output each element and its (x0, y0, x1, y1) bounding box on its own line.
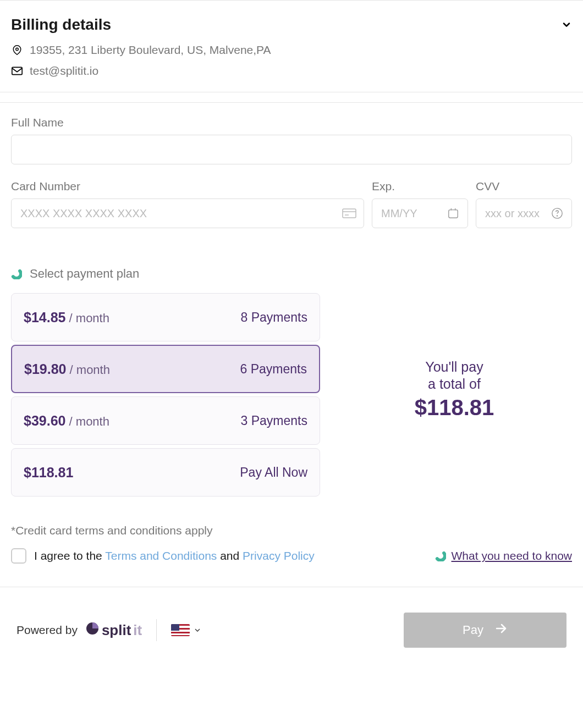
plan-option[interactable]: $14.85 / month8 Payments (11, 293, 320, 341)
svg-rect-5 (449, 210, 458, 218)
billing-details-section: Billing details 19355, 231 Liberty Boule… (0, 0, 583, 92)
footer: Powered by splitit Pay (0, 587, 583, 673)
full-name-label: Full Name (11, 116, 572, 129)
plan-option[interactable]: $19.80 / month6 Payments (11, 345, 320, 393)
cvv-label: CVV (476, 180, 572, 193)
plan-list: $14.85 / month8 Payments$19.80 / month6 … (11, 293, 320, 497)
cvv-field-group: CVV (476, 180, 572, 228)
plan-price: $118.81 (24, 465, 73, 480)
exp-field-group: Exp. (372, 180, 468, 228)
card-number-label: Card Number (11, 180, 364, 193)
plan-count: 3 Payments (241, 413, 307, 428)
total-amount: $118.81 (337, 395, 572, 420)
card-number-field-group: Card Number (11, 180, 364, 228)
plan-count: 6 Payments (240, 362, 307, 377)
terms-note: *Credit card terms and conditions apply (0, 524, 583, 537)
plan-period: / month (65, 415, 109, 428)
plan-price: $39.60 (24, 413, 65, 428)
plan-count: Pay All Now (240, 465, 307, 480)
agree-checkbox[interactable] (11, 548, 26, 564)
divider (156, 619, 157, 641)
agree-prefix: I agree to the (34, 549, 105, 562)
calendar-icon (446, 208, 460, 219)
billing-email-text: test@splitit.io (30, 64, 98, 78)
full-name-input[interactable] (11, 135, 572, 164)
splitit-mark-icon (11, 268, 22, 279)
plan-period: / month (65, 311, 109, 325)
svg-point-9 (557, 216, 557, 216)
brand-logo: splitit (85, 621, 142, 639)
privacy-link[interactable]: Privacy Policy (243, 549, 315, 562)
brand-logo-icon (85, 621, 100, 639)
chevron-down-icon (193, 626, 202, 635)
plan-header-text: Select payment plan (30, 267, 139, 281)
exp-label: Exp. (372, 180, 468, 193)
splitit-mark-icon (435, 550, 446, 561)
brand-text-it: it (133, 622, 142, 639)
card-number-input[interactable] (11, 198, 364, 228)
agree-row: I agree to the Terms and Conditions and … (0, 537, 583, 581)
plan-price: $14.85 (24, 310, 65, 325)
svg-point-0 (16, 48, 19, 51)
billing-email-row: test@splitit.io (11, 64, 572, 78)
card-row: Card Number Exp. CVV (11, 180, 572, 228)
payment-plan-section: Select payment plan $14.85 / month8 Paym… (0, 267, 583, 508)
billing-address-row: 19355, 231 Liberty Boulevard, US, Malven… (11, 43, 572, 57)
location-pin-icon (11, 44, 23, 56)
brand-text-split: split (102, 622, 131, 639)
billing-header[interactable]: Billing details (11, 16, 572, 34)
total-line1: You'll pay (337, 359, 572, 375)
language-selector[interactable] (171, 624, 202, 636)
svg-rect-2 (343, 209, 356, 218)
plan-price: $19.80 (24, 361, 66, 377)
footer-left: Powered by splitit (16, 619, 202, 641)
plan-option[interactable]: $118.81Pay All Now (11, 448, 320, 497)
agree-text: I agree to the Terms and Conditions and … (34, 549, 315, 562)
arrow-right-icon (494, 622, 508, 638)
know-link-text: What you need to know (452, 549, 572, 562)
plan-count: 8 Payments (241, 310, 307, 325)
plan-option[interactable]: $39.60 / month3 Payments (11, 396, 320, 445)
chevron-down-icon[interactable] (561, 19, 572, 30)
full-name-field-group: Full Name (11, 116, 572, 164)
payment-form-section: Full Name Card Number Exp. CVV (0, 102, 583, 239)
plan-period: / month (66, 363, 109, 377)
terms-link[interactable]: Terms and Conditions (105, 549, 217, 562)
total-line2: a total of (337, 376, 572, 392)
pay-button[interactable]: Pay (404, 613, 566, 648)
total-summary: You'll pay a total of $118.81 (337, 293, 572, 420)
billing-title: Billing details (11, 16, 111, 34)
agree-and: and (217, 549, 243, 562)
email-icon (11, 67, 23, 75)
us-flag-icon (171, 624, 190, 636)
credit-card-icon (342, 208, 356, 219)
what-you-need-to-know-link[interactable]: What you need to know (435, 549, 572, 562)
help-icon[interactable] (550, 208, 564, 219)
svg-rect-1 (12, 67, 22, 74)
billing-address-text: 19355, 231 Liberty Boulevard, US, Malven… (30, 43, 271, 57)
pay-button-label: Pay (463, 623, 483, 637)
plan-header: Select payment plan (11, 267, 572, 281)
powered-by-text: Powered by (16, 624, 78, 637)
